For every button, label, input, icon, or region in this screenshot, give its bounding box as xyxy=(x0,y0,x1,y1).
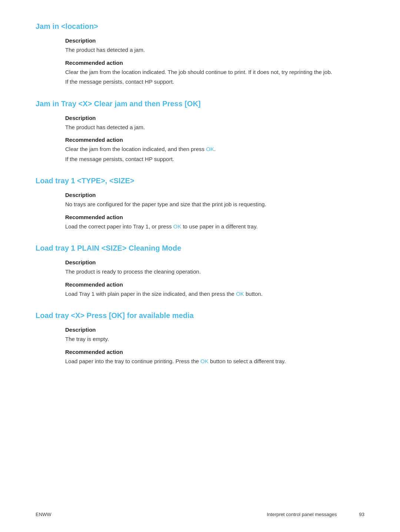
action-line-load-tray-1-type-size-0: Load the correct paper into Tray 1, or p… xyxy=(65,222,364,231)
action-label-load-tray-x-ok: Recommended action xyxy=(65,349,364,355)
section-load-tray-1-type-size: Load tray 1 <TYPE>, <SIZE>DescriptionNo … xyxy=(36,177,364,231)
section-title-jam-in-tray: Jam in Tray <X> Clear jam and then Press… xyxy=(36,100,364,108)
section-content-load-tray-1-type-size: DescriptionNo trays are configured for t… xyxy=(36,192,364,231)
footer-chapter-label: Interpret control panel messages xyxy=(267,512,337,517)
section-content-load-tray-1-plain-size: DescriptionThe product is ready to proce… xyxy=(36,259,364,298)
ok-link: OK xyxy=(236,291,244,297)
ok-link: OK xyxy=(206,146,214,152)
description-label-load-tray-1-type-size: Description xyxy=(65,192,364,198)
section-title-jam-in-location: Jam in <location> xyxy=(36,22,364,31)
description-label-jam-in-location: Description xyxy=(65,37,364,44)
section-title-load-tray-1-plain-size: Load tray 1 PLAIN <SIZE> Cleaning Mode xyxy=(36,244,364,252)
action-label-load-tray-1-type-size: Recommended action xyxy=(65,214,364,220)
description-text-jam-in-tray: The product has detected a jam. xyxy=(65,123,364,132)
section-jam-in-tray: Jam in Tray <X> Clear jam and then Press… xyxy=(36,100,364,164)
description-text-load-tray-1-plain-size: The product is ready to process the clea… xyxy=(65,268,364,276)
footer-enww: ENWW xyxy=(36,512,51,517)
description-label-load-tray-x-ok: Description xyxy=(65,327,364,333)
section-title-load-tray-1-type-size: Load tray 1 <TYPE>, <SIZE> xyxy=(36,177,364,185)
description-text-jam-in-location: The product has detected a jam. xyxy=(65,46,364,54)
description-label-jam-in-tray: Description xyxy=(65,115,364,121)
section-content-load-tray-x-ok: DescriptionThe tray is empty.Recommended… xyxy=(36,327,364,365)
action-line-jam-in-location-0: Clear the jam from the location indicate… xyxy=(65,68,364,77)
description-text-load-tray-1-type-size: No trays are configured for the paper ty… xyxy=(65,200,364,209)
page-content: Jam in <location>DescriptionThe product … xyxy=(0,0,400,408)
section-load-tray-1-plain-size: Load tray 1 PLAIN <SIZE> Cleaning ModeDe… xyxy=(36,244,364,298)
ok-link: OK xyxy=(200,358,209,364)
description-text-load-tray-x-ok: The tray is empty. xyxy=(65,335,364,344)
footer: ENWW Interpret control panel messages 93 xyxy=(0,512,400,517)
action-line-jam-in-tray-1: If the message persists, contact HP supp… xyxy=(65,155,364,164)
section-load-tray-x-ok: Load tray <X> Press [OK] for available m… xyxy=(36,311,364,365)
ok-link: OK xyxy=(173,223,181,230)
section-jam-in-location: Jam in <location>DescriptionThe product … xyxy=(36,22,364,86)
action-line-jam-in-location-1: If the message persists, contact HP supp… xyxy=(65,78,364,86)
footer-page-number: 93 xyxy=(359,512,364,517)
action-line-load-tray-1-plain-size-0: Load Tray 1 with plain paper in the size… xyxy=(65,290,364,298)
description-label-load-tray-1-plain-size: Description xyxy=(65,259,364,265)
action-label-jam-in-tray: Recommended action xyxy=(65,137,364,143)
action-line-jam-in-tray-0: Clear the jam from the location indicate… xyxy=(65,145,364,154)
footer-right: Interpret control panel messages 93 xyxy=(267,512,364,517)
action-line-load-tray-x-ok-0: Load paper into the tray to continue pri… xyxy=(65,357,364,366)
section-content-jam-in-tray: DescriptionThe product has detected a ja… xyxy=(36,115,364,164)
action-label-load-tray-1-plain-size: Recommended action xyxy=(65,281,364,288)
section-content-jam-in-location: DescriptionThe product has detected a ja… xyxy=(36,37,364,86)
section-title-load-tray-x-ok: Load tray <X> Press [OK] for available m… xyxy=(36,311,364,320)
action-label-jam-in-location: Recommended action xyxy=(65,60,364,66)
